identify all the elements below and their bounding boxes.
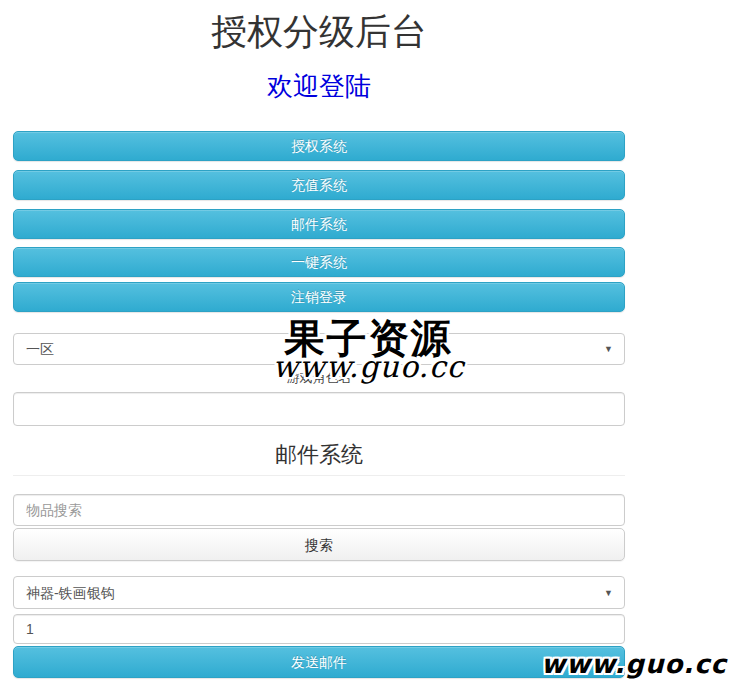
send-mail-button[interactable]: 发送邮件 [13,646,625,678]
nav-button-auth-system[interactable]: 授权系统 [13,131,625,161]
zone-select-wrap: 一区 ▼ [13,333,625,365]
welcome-login-link[interactable]: 欢迎登陆 [13,73,625,99]
nav-button-mail-system[interactable]: 邮件系统 [13,209,625,239]
zone-select[interactable]: 一区 [13,333,625,365]
nav-button-stack: 授权系统 充值系统 邮件系统 一键系统 注销登录 [13,131,625,312]
mail-section-title: 邮件系统 [13,443,625,467]
item-search-input[interactable] [13,494,625,526]
role-name-label: 游戏角色名 [13,370,625,386]
section-divider [13,475,625,476]
item-select[interactable]: 神器-铁画银钩 [13,576,625,609]
main-container: 授权分级后台 欢迎登陆 授权系统 充值系统 邮件系统 一键系统 注销登录 一区 … [13,13,625,678]
search-button[interactable]: 搜索 [13,528,625,561]
nav-button-recharge-system[interactable]: 充值系统 [13,170,625,200]
role-name-input[interactable] [13,392,625,426]
page-title: 授权分级后台 [13,13,625,51]
item-select-wrap: 神器-铁画银钩 ▼ [13,576,625,609]
quantity-input[interactable] [13,614,625,644]
nav-button-logout[interactable]: 注销登录 [13,282,625,312]
nav-button-onekey-system[interactable]: 一键系统 [13,247,625,277]
